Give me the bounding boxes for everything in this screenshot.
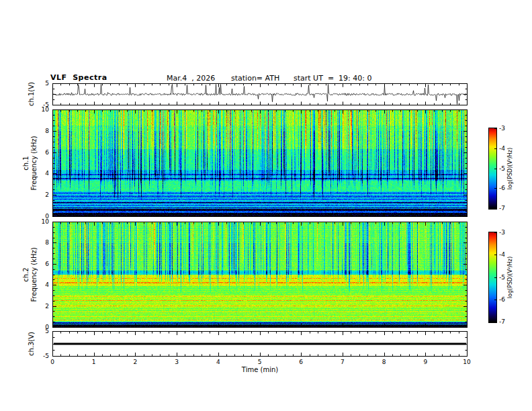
axis-label-line: Frequency (kHz): [30, 136, 38, 190]
y-tick-label: -5: [33, 353, 49, 359]
axis-label-line: Frequency (kHz): [30, 247, 38, 302]
y-tick-label: 6: [33, 149, 49, 156]
colorbar-tick-label: -6: [499, 296, 513, 303]
y-tick-label: 8: [33, 128, 49, 134]
y-tick-label: 4: [33, 170, 49, 177]
x-tick-label: 10: [460, 359, 474, 365]
colorbar-tick-label: -3: [499, 125, 513, 132]
colorbar-tick-label: -3: [499, 229, 513, 236]
y-tick-label: 10: [33, 218, 49, 225]
x-tick-label: 3: [170, 359, 183, 365]
ch1-frequency-axis-label: ch.1 Frequency (kHz): [22, 136, 38, 190]
start-ut-label: start UT = 19: 40: 0: [294, 74, 372, 83]
vlf-spectra-figure: VLF Spectra Mar.4 , 2026 station= ATH st…: [0, 0, 532, 411]
ch1-waveform-panel: [52, 83, 468, 105]
colorbar-tick-label: -4: [499, 251, 513, 258]
y-tick-label: 5: [33, 328, 49, 334]
x-tick-label: 6: [294, 359, 308, 365]
date-label: Mar.4 , 2026: [167, 74, 215, 83]
x-tick-label: 9: [418, 359, 432, 365]
colorbar-tick-label: -7: [499, 205, 513, 212]
y-tick-label: 2: [33, 303, 49, 310]
ch1-spectrogram-panel: [52, 109, 468, 217]
x-tick-label: 5: [253, 359, 267, 365]
colorbar-tick-label: -5: [499, 274, 513, 281]
y-tick-label: 10: [33, 106, 49, 113]
y-tick-label: 2: [33, 191, 49, 198]
axis-label-line: ch.1: [22, 136, 30, 190]
y-tick-label: 6: [33, 261, 49, 267]
x-tick-label: 4: [212, 359, 225, 365]
station-label: station= ATH: [231, 74, 279, 83]
ch2-colorbar: [488, 232, 497, 323]
y-tick-label: 8: [33, 239, 49, 246]
axis-label-line: ch.2: [22, 247, 30, 302]
ch3-waveform-panel: [52, 331, 468, 357]
y-tick-label: 5: [33, 80, 49, 87]
ch2-spectrogram-panel: [52, 222, 468, 328]
x-tick-label: 7: [336, 359, 349, 365]
x-tick-label: 1: [87, 359, 101, 365]
x-tick-label: 0: [46, 359, 59, 365]
ch1-colorbar: [488, 128, 497, 210]
colorbar-tick-label: -7: [499, 318, 513, 325]
time-axis-label: Time (min): [52, 366, 468, 373]
colorbar-tick-label: -4: [499, 145, 513, 152]
ch2-frequency-axis-label: ch.2 Frequency (kHz): [22, 247, 38, 302]
figure-title: VLF Spectra: [50, 73, 107, 82]
x-tick-label: 2: [128, 359, 142, 365]
x-tick-label: 8: [378, 359, 391, 365]
y-tick-label: 4: [33, 281, 49, 288]
colorbar-tick-label: -6: [499, 185, 513, 191]
colorbar-tick-label: -5: [499, 165, 513, 172]
